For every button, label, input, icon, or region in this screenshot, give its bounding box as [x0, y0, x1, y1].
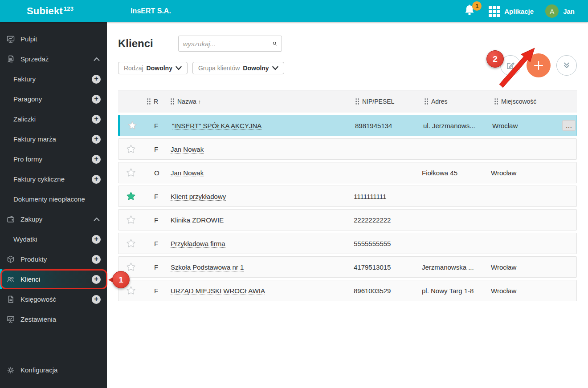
- table-row[interactable]: F "INSERT" SPÓŁKA AKCYJNA 8981945134 ul.…: [118, 115, 577, 136]
- client-name-link[interactable]: Przykładowa firma: [171, 240, 225, 248]
- search-box[interactable]: [178, 36, 282, 52]
- sidebar-item-paragony[interactable]: Paragony+: [0, 89, 107, 109]
- column-label: Nazwa: [177, 98, 196, 105]
- sidebar-item-wydatki[interactable]: Wydatki+: [0, 229, 107, 249]
- client-address: ul. Jerzmanows...: [422, 122, 491, 129]
- client-name-link[interactable]: Klinika ZDROWIE: [171, 216, 224, 224]
- sort-ascending-icon: ↑: [198, 98, 201, 105]
- presentation-icon: [6, 315, 15, 324]
- add-icon[interactable]: +: [92, 135, 101, 144]
- sidebar-item-zaliczki[interactable]: Zaliczki+: [0, 109, 107, 129]
- drag-handle-icon[interactable]: [494, 98, 498, 105]
- sidebar-item-label: Zakupy: [20, 215, 42, 223]
- client-name-link[interactable]: Jan Nowak: [171, 146, 204, 154]
- search-input[interactable]: [183, 40, 273, 48]
- sidebar-item-label: Wydatki: [13, 235, 37, 243]
- table-row[interactable]: F Przykładowa firma 5555555555: [118, 233, 577, 254]
- chevron-up-icon[interactable]: [94, 217, 100, 222]
- favorite-star-button[interactable]: [118, 168, 143, 178]
- column-label: Miejscowość: [501, 98, 536, 105]
- filter-label: Grupa klientów: [198, 65, 240, 72]
- star-icon: [126, 191, 136, 201]
- favorite-star-button[interactable]: [118, 286, 143, 295]
- column-label: R: [154, 98, 158, 105]
- client-name-cell: Szkoła Podstawowa nr 1: [169, 263, 352, 271]
- chevron-up-icon[interactable]: [94, 57, 100, 61]
- notification-count-badge: 1: [472, 1, 482, 11]
- sidebar-item-pulpit[interactable]: Pulpit: [0, 29, 107, 49]
- add-icon[interactable]: +: [92, 75, 101, 84]
- table-row[interactable]: F Klinika ZDROWIE 2222222222: [118, 209, 577, 230]
- filter-rodzaj[interactable]: Rodzaj Dowolny: [118, 62, 188, 74]
- client-type: F: [143, 193, 169, 200]
- drag-handle-icon[interactable]: [424, 98, 429, 105]
- client-type: F: [143, 263, 169, 271]
- column-header-r[interactable]: R: [143, 98, 169, 105]
- sidebar-item-faktury-cykliczne[interactable]: Faktury cykliczne+: [0, 169, 107, 189]
- edit-button[interactable]: [500, 55, 521, 76]
- favorite-star-button[interactable]: [118, 262, 143, 272]
- apps-grid-icon: [489, 6, 500, 17]
- sidebar-item-dokumenty-nieop-acone[interactable]: Dokumenty nieopłacone: [0, 189, 107, 209]
- drag-handle-icon[interactable]: [355, 98, 359, 105]
- client-city: Wrocław: [490, 169, 561, 177]
- table-body: F "INSERT" SPÓŁKA AKCYJNA 8981945134 ul.…: [118, 115, 577, 301]
- client-name-link[interactable]: URZĄD MIEJSKI WROCŁAWIA: [171, 287, 265, 295]
- plus-icon: [533, 60, 544, 71]
- add-icon[interactable]: +: [92, 95, 101, 104]
- client-nip: 1111111111: [352, 193, 421, 200]
- column-header-miejscowosc[interactable]: Miejscowość: [489, 98, 560, 105]
- sidebar-item-faktury-mar-a[interactable]: Faktury marża+: [0, 129, 107, 149]
- sidebar-item-sprzeda[interactable]: Sprzedaż: [0, 49, 107, 69]
- client-address: pl. Nowy Targ 1-8: [421, 287, 490, 295]
- more-actions-button[interactable]: [556, 55, 577, 76]
- column-header-nip-pesel[interactable]: NIP/PESEL: [351, 98, 420, 105]
- favorite-star-button[interactable]: [118, 191, 143, 201]
- add-icon[interactable]: +: [92, 295, 101, 304]
- sidebar-item-konfiguracja[interactable]: Konfiguracja: [0, 360, 107, 380]
- row-more-button[interactable]: …: [562, 120, 576, 131]
- action-buttons: [500, 53, 577, 77]
- sidebar-item-zakupy[interactable]: Zakupy: [0, 209, 107, 229]
- table-row[interactable]: F Szkoła Podstawowa nr 1 4179513015 Jerz…: [118, 256, 577, 278]
- add-icon[interactable]: +: [92, 155, 101, 164]
- notifications-button[interactable]: 1: [464, 4, 477, 18]
- sidebar-item-zestawienia[interactable]: Zestawienia: [0, 309, 107, 329]
- add-icon[interactable]: +: [92, 235, 101, 244]
- table-row[interactable]: F URZĄD MIEJSKI WROCŁAWIA 8961003529 pl.…: [118, 280, 577, 301]
- client-name-link[interactable]: Szkoła Podstawowa nr 1: [171, 263, 244, 271]
- favorite-star-button[interactable]: [120, 121, 145, 130]
- sidebar-item-label: Paragony: [13, 95, 42, 103]
- drag-handle-icon[interactable]: [170, 98, 175, 105]
- client-name-link[interactable]: Jan Nowak: [171, 169, 204, 177]
- column-header-adres[interactable]: Adres: [420, 98, 489, 105]
- favorite-star-button[interactable]: [118, 144, 143, 154]
- add-icon[interactable]: +: [92, 275, 101, 284]
- client-name-link[interactable]: Klient przykładowy: [171, 193, 226, 201]
- table-row[interactable]: O Jan Nowak Fiołkowa 45 Wrocław: [118, 162, 577, 183]
- table-row[interactable]: F Jan Nowak: [118, 138, 577, 160]
- search-icon[interactable]: [273, 40, 277, 48]
- column-header-nazwa[interactable]: Nazwa ↑: [169, 98, 351, 105]
- drag-handle-icon[interactable]: [147, 98, 151, 105]
- add-icon[interactable]: +: [92, 115, 101, 124]
- client-nip: 8961003529: [352, 287, 421, 295]
- sidebar-item-pro-formy[interactable]: Pro formy+: [0, 149, 107, 169]
- client-name-link[interactable]: "INSERT" SPÓŁKA AKCYJNA: [172, 122, 261, 130]
- sidebar-item-faktury[interactable]: Faktury+: [0, 69, 107, 89]
- sidebar-item-produkty[interactable]: Produkty+: [0, 249, 107, 269]
- app-logo[interactable]: Subiekt123: [27, 5, 74, 17]
- add-icon[interactable]: +: [92, 175, 101, 184]
- company-name: InsERT S.A.: [131, 7, 171, 15]
- apps-menu-button[interactable]: Aplikacje: [489, 6, 534, 17]
- filter-grupa-klientow[interactable]: Grupa klientów Dowolny: [192, 62, 284, 74]
- sidebar-item-ksi-gowo[interactable]: Księgowość+: [0, 289, 107, 309]
- add-client-button[interactable]: [527, 53, 551, 77]
- favorite-star-button[interactable]: [118, 238, 143, 248]
- favorite-star-button[interactable]: [118, 215, 143, 225]
- user-menu-button[interactable]: A Jan: [545, 4, 575, 18]
- add-icon[interactable]: +: [92, 255, 101, 264]
- table-row[interactable]: F Klient przykładowy 1111111111: [118, 186, 577, 207]
- sidebar-item-klienci[interactable]: Klienci+: [0, 269, 107, 289]
- client-nip: 4179513015: [352, 263, 421, 271]
